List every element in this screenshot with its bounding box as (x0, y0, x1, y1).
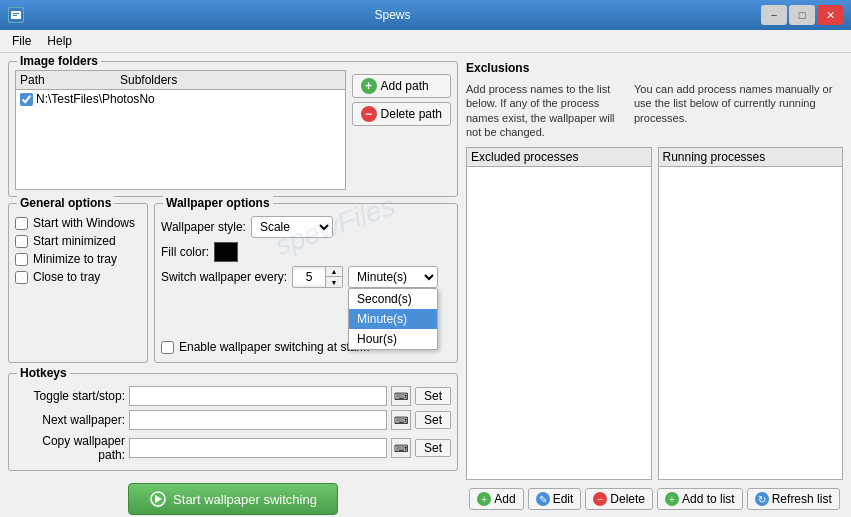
hotkey-copy-icon: ⌨ (391, 438, 411, 458)
menu-bar: File Help (0, 30, 851, 53)
time-unit-select[interactable]: Minute(s) Second(s) Hour(s) (348, 266, 438, 288)
window-title: Spews (24, 8, 761, 22)
exclusions-buttons: + Add ✎ Edit − Delete + Add to list ↻ Re… (466, 488, 843, 510)
excluded-list[interactable] (466, 166, 652, 480)
app-icon (8, 7, 24, 23)
refresh-list-button[interactable]: ↻ Refresh list (747, 488, 840, 510)
hotkey-row-copy: Copy wallpaper path: ⌨ Set (15, 432, 451, 464)
checkbox-close-tray: Close to tray (15, 268, 141, 286)
exclusions-desc-left: Add process names to the list below. If … (466, 82, 626, 139)
wallpaper-style-select[interactable]: Scale Stretched Fit Center Tile (251, 216, 333, 238)
delete-excl-icon: − (593, 492, 607, 506)
exclusions-lists: Excluded processes Running processes (466, 147, 843, 480)
minimize-button[interactable]: − (761, 5, 787, 25)
wallpaper-options-title: Wallpaper options (163, 196, 273, 210)
fill-color-row: Fill color: (161, 240, 451, 264)
path-value: N:\TestFiles\Photos (36, 92, 139, 106)
hotkey-toggle-input[interactable] (129, 386, 387, 406)
option-seconds[interactable]: Second(s) (349, 289, 437, 309)
exclusions-desc-right: You can add process names manually or us… (634, 82, 843, 139)
hotkeys-title: Hotkeys (17, 366, 70, 380)
left-panel: Image folders Path Subfolders N:\TestFil… (8, 61, 458, 510)
time-dropdown[interactable]: Second(s) Minute(s) Hour(s) (348, 288, 438, 350)
delete-excl-button[interactable]: − Delete (585, 488, 653, 510)
start-windows-check[interactable] (15, 217, 28, 230)
add-path-button[interactable]: + Add path (352, 74, 451, 98)
switch-spinner[interactable]: ▲ ▼ (292, 266, 343, 288)
switch-value-input[interactable] (293, 269, 325, 285)
edit-excl-button[interactable]: ✎ Edit (528, 488, 582, 510)
start-btn-container: Start wallpaper switching (8, 477, 458, 517)
add-to-list-icon: + (665, 492, 679, 506)
minimize-tray-check[interactable] (15, 253, 28, 266)
time-select-wrapper: Minute(s) Second(s) Hour(s) Second(s) Mi… (348, 266, 438, 288)
image-folders-group: Image folders Path Subfolders N:\TestFil… (8, 61, 458, 197)
hotkey-next-icon: ⌨ (391, 410, 411, 430)
running-list[interactable] (658, 166, 844, 480)
checkbox-minimize-tray: Minimize to tray (15, 250, 141, 268)
option-hours[interactable]: Hour(s) (349, 329, 437, 349)
title-bar: Spews − □ ✕ (0, 0, 851, 30)
menu-help[interactable]: Help (39, 32, 80, 50)
folders-list-header: Path Subfolders (16, 71, 345, 90)
window-controls: − □ ✕ (761, 5, 843, 25)
close-button[interactable]: ✕ (817, 5, 843, 25)
svg-rect-3 (13, 15, 17, 16)
subfolders-value: No (139, 92, 340, 106)
checkbox-start-windows: Start with Windows (15, 214, 141, 232)
folders-list[interactable]: Path Subfolders N:\TestFiles\Photos No (15, 70, 346, 190)
excluded-list-label: Excluded processes (466, 147, 652, 166)
svg-rect-2 (13, 13, 19, 14)
switch-every-row: Switch wallpaper every: ▲ ▼ Minute(s) (161, 264, 451, 290)
add-excl-button[interactable]: + Add (469, 488, 523, 510)
general-options-title: General options (17, 196, 114, 210)
menu-file[interactable]: File (4, 32, 39, 50)
checkbox-start-minimized: Start minimized (15, 232, 141, 250)
start-minimized-check[interactable] (15, 235, 28, 248)
hotkeys-group: Hotkeys Toggle start/stop: ⌨ Set Next wa… (8, 373, 458, 471)
hotkey-toggle-set[interactable]: Set (415, 387, 451, 405)
general-options-group: General options Start with Windows Start… (8, 203, 148, 363)
hotkey-toggle-icon: ⌨ (391, 386, 411, 406)
path-checkbox[interactable] (20, 93, 33, 106)
hotkey-copy-set[interactable]: Set (415, 439, 451, 457)
col-subfolders: Subfolders (120, 73, 341, 87)
hotkey-copy-input[interactable] (129, 438, 387, 458)
hotkey-next-input[interactable] (129, 410, 387, 430)
wallpaper-options-group: Wallpaper options Wallpaper style: Scale… (154, 203, 458, 363)
main-content: Image folders Path Subfolders N:\TestFil… (0, 53, 851, 517)
hotkey-next-set[interactable]: Set (415, 411, 451, 429)
option-minutes[interactable]: Minute(s) (349, 309, 437, 329)
image-folders-title: Image folders (17, 54, 101, 68)
edit-excl-icon: ✎ (536, 492, 550, 506)
running-list-container: Running processes (658, 147, 844, 480)
add-excl-icon: + (477, 492, 491, 506)
running-list-label: Running processes (658, 147, 844, 166)
delete-path-button[interactable]: − Delete path (352, 102, 451, 126)
bottom-left: General options Start with Windows Start… (8, 203, 458, 363)
hotkey-row-toggle: Toggle start/stop: ⌨ Set (15, 384, 451, 408)
col-path: Path (20, 73, 120, 87)
delete-icon: − (361, 106, 377, 122)
exclusions-title: Exclusions (466, 61, 843, 75)
right-panel: Exclusions Add process names to the list… (466, 61, 843, 510)
spinner-down[interactable]: ▼ (326, 277, 342, 287)
add-to-list-button[interactable]: + Add to list (657, 488, 743, 510)
table-row: N:\TestFiles\Photos No (16, 90, 345, 108)
spinner-arrows: ▲ ▼ (325, 267, 342, 287)
start-button[interactable]: Start wallpaper switching (128, 483, 338, 515)
close-tray-check[interactable] (15, 271, 28, 284)
add-icon: + (361, 78, 377, 94)
maximize-button[interactable]: □ (789, 5, 815, 25)
excluded-list-container: Excluded processes (466, 147, 652, 480)
spinner-up[interactable]: ▲ (326, 267, 342, 277)
refresh-icon: ↻ (755, 492, 769, 506)
enable-switch-check[interactable] (161, 341, 174, 354)
hotkey-row-next: Next wallpaper: ⌨ Set (15, 408, 451, 432)
wallpaper-style-row: Wallpaper style: Scale Stretched Fit Cen… (161, 214, 451, 240)
folders-buttons: + Add path − Delete path (352, 70, 451, 190)
fill-color-box[interactable] (214, 242, 238, 262)
exclusions-top: Add process names to the list below. If … (466, 82, 843, 139)
